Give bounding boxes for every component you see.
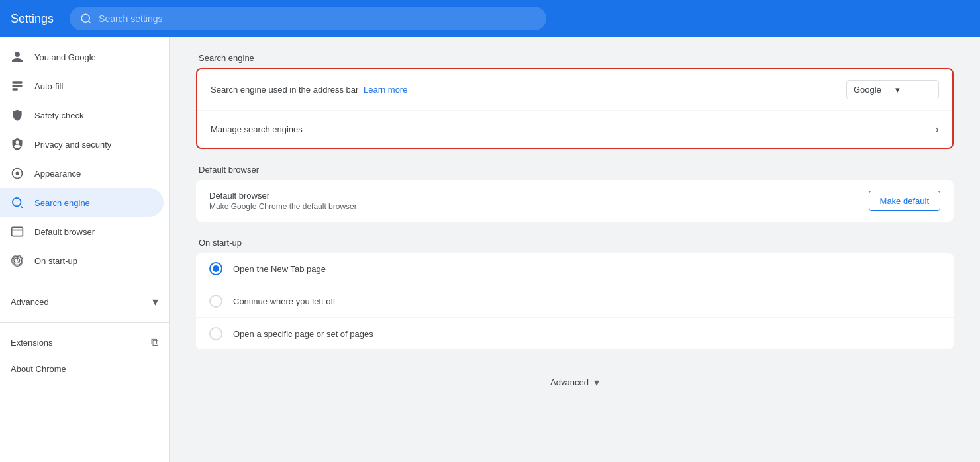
sidebar: You and Google Auto-fill Safety check Pr… — [0, 37, 170, 462]
sidebar-advanced[interactable]: Advanced ▾ — [0, 287, 169, 317]
sidebar-label-search-engine: Search engine — [34, 198, 90, 208]
default-browser-card: Default browser Make Google Chrome the d… — [196, 180, 954, 222]
person-icon — [11, 50, 24, 64]
make-default-button[interactable]: Make default — [869, 191, 940, 211]
search-bar[interactable] — [70, 7, 546, 30]
default-browser-section-title: Default browser — [196, 165, 954, 175]
default-browser-title: Default browser — [209, 191, 869, 201]
radio-new-tab-circle[interactable] — [209, 262, 222, 275]
sidebar-advanced-label: Advanced — [11, 297, 147, 307]
radio-specific-page[interactable]: Open a specific page or set of pages — [196, 318, 954, 349]
svg-rect-2 — [13, 81, 23, 83]
manage-label: Manage search engines — [211, 124, 935, 134]
advanced-footer[interactable]: Advanced ▾ — [196, 365, 954, 399]
sidebar-divider — [0, 281, 169, 281]
selected-engine-value: Google — [854, 85, 890, 95]
browser-icon — [11, 225, 24, 238]
learn-more-link[interactable]: Learn more — [364, 85, 407, 95]
sidebar-label-default-browser: Default browser — [34, 227, 95, 237]
radio-new-tab-label: Open the New Tab page — [233, 264, 326, 274]
appearance-icon — [11, 167, 24, 180]
radio-new-tab[interactable]: Open the New Tab page — [196, 253, 954, 285]
svg-rect-4 — [13, 88, 18, 90]
sidebar-label-you-and-google: You and Google — [34, 52, 96, 62]
privacy-icon — [11, 138, 24, 151]
svg-rect-3 — [13, 85, 23, 87]
default-browser-row: Default browser Make Google Chrome the d… — [196, 180, 954, 222]
radio-specific-label: Open a specific page or set of pages — [233, 329, 373, 339]
chevron-down-icon: ▾ — [152, 295, 158, 309]
sidebar-item-on-startup[interactable]: On start-up — [0, 246, 164, 275]
sidebar-item-safety-check[interactable]: Safety check — [0, 101, 164, 130]
search-engine-icon — [11, 196, 24, 209]
search-engine-card: Search engine used in the address bar Le… — [196, 68, 954, 149]
radio-continue[interactable]: Continue where you left off — [196, 285, 954, 318]
svg-rect-8 — [12, 227, 23, 236]
shield-icon — [11, 109, 24, 122]
sidebar-about-label: About Chrome — [11, 364, 66, 374]
address-bar-row: Search engine used in the address bar Le… — [197, 69, 952, 111]
app-title: Settings — [11, 12, 54, 26]
sidebar-label-auto-fill: Auto-fill — [34, 81, 63, 91]
autofill-icon — [11, 79, 24, 93]
svg-line-1 — [89, 21, 91, 23]
sidebar-item-extensions[interactable]: Extensions ⧉ — [0, 328, 169, 356]
sidebar-item-privacy-security[interactable]: Privacy and security — [0, 130, 164, 159]
svg-point-5 — [16, 172, 19, 175]
sidebar-label-safety-check: Safety check — [34, 111, 83, 120]
startup-icon — [11, 254, 24, 267]
sidebar-item-appearance[interactable]: Appearance — [0, 159, 164, 188]
sidebar-extensions-label: Extensions — [11, 338, 140, 347]
on-startup-section-title: On start-up — [196, 238, 954, 248]
radio-specific-circle[interactable] — [209, 327, 222, 340]
chevron-right-icon: › — [935, 122, 939, 136]
chevron-down-icon: ▾ — [594, 376, 599, 389]
sidebar-item-default-browser[interactable]: Default browser — [0, 217, 164, 246]
sidebar-item-auto-fill[interactable]: Auto-fill — [0, 71, 164, 101]
address-bar-label: Search engine used in the address bar — [211, 85, 358, 95]
search-engine-select[interactable]: Google ▾ — [846, 80, 939, 99]
main-layout: You and Google Auto-fill Safety check Pr… — [0, 37, 980, 462]
default-browser-subtitle: Make Google Chrome the default browser — [209, 202, 869, 211]
search-engine-section-title: Search engine — [196, 53, 954, 63]
radio-continue-circle[interactable] — [209, 295, 222, 308]
settings-content: Search engine Search engine used in the … — [170, 37, 980, 462]
chevron-down-icon: ▾ — [895, 85, 932, 95]
search-input[interactable] — [99, 13, 536, 24]
svg-line-7 — [21, 206, 23, 208]
sidebar-divider-2 — [0, 322, 169, 323]
sidebar-label-appearance: Appearance — [34, 169, 81, 179]
external-link-icon: ⧉ — [151, 336, 158, 348]
address-bar-text: Search engine used in the address bar Le… — [211, 85, 846, 95]
sidebar-label-on-startup: On start-up — [34, 256, 77, 266]
radio-continue-label: Continue where you left off — [233, 297, 335, 306]
app-header: Settings — [0, 0, 980, 37]
manage-search-engines-row[interactable]: Manage search engines › — [197, 111, 952, 148]
search-icon — [80, 13, 92, 24]
sidebar-item-about-chrome[interactable]: About Chrome — [0, 356, 169, 382]
sidebar-item-you-and-google[interactable]: You and Google — [0, 42, 164, 71]
svg-point-6 — [13, 198, 21, 207]
default-browser-text: Default browser Make Google Chrome the d… — [209, 191, 869, 211]
sidebar-label-privacy: Privacy and security — [34, 140, 111, 150]
sidebar-item-search-engine[interactable]: Search engine — [0, 188, 164, 217]
on-startup-card: Open the New Tab page Continue where you… — [196, 253, 954, 349]
advanced-footer-label: Advanced — [550, 377, 589, 387]
svg-point-0 — [81, 14, 89, 22]
